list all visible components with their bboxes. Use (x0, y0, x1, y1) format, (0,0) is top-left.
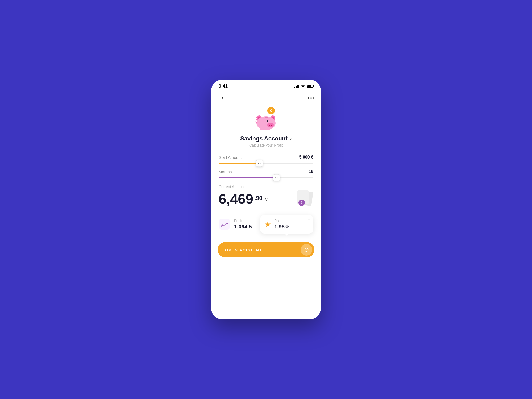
dot-icon (310, 97, 312, 99)
amount-dropdown-icon[interactable]: ∨ (265, 196, 268, 202)
nav-bar: ‹ (211, 91, 321, 107)
rate-label: Rate (274, 219, 289, 223)
back-arrow-icon: ‹ (221, 94, 223, 101)
coin-icon: € (267, 107, 275, 114)
wifi-icon (301, 85, 305, 88)
svg-point-9 (267, 121, 268, 121)
svg-point-6 (269, 125, 270, 126)
star-icon: ★ (264, 220, 271, 229)
start-amount-handle[interactable]: ‹ › (256, 160, 263, 167)
status-icons (294, 85, 313, 88)
amount-display: 6,469 .90 ∨ (219, 192, 268, 206)
dropdown-icon[interactable]: ∨ (289, 136, 292, 141)
stats-section: Profit 1,094.5 ★ Rate 1.98% (211, 215, 321, 234)
sliders-section: Start Amount 5,000 € ‹ › Months 16 (211, 155, 321, 178)
documents-icon: € (296, 190, 313, 207)
start-amount-track-bg (219, 163, 313, 164)
rate-info: Rate 1.98% (274, 219, 289, 230)
profit-value: 1,094.5 (234, 224, 252, 230)
months-label: Months (219, 169, 232, 174)
pig-wrapper: € (253, 107, 279, 131)
phone-frame: 9:41 ‹ (211, 80, 321, 319)
svg-point-8 (267, 120, 268, 122)
start-amount-header: Start Amount 5,000 € (219, 155, 313, 160)
pig-illustration: € (211, 107, 321, 131)
months-header: Months 16 (219, 169, 313, 174)
current-amount-section: Current Amount 6,469 .90 ∨ € (211, 185, 321, 207)
back-button[interactable]: ‹ (218, 93, 227, 103)
svg-rect-10 (260, 128, 263, 130)
profit-icon (219, 218, 230, 230)
months-track-bg (219, 177, 313, 178)
amount-decimal: .90 (254, 195, 263, 202)
btn-avatar: ⊙ (301, 244, 312, 256)
account-name: Savings Account (240, 135, 288, 142)
start-amount-label: Start Amount (219, 155, 242, 160)
start-amount-slider-row: Start Amount 5,000 € ‹ › (219, 155, 313, 164)
svg-rect-13 (265, 117, 268, 118)
rate-card: ★ Rate 1.98% (260, 215, 313, 234)
start-amount-value: 5,000 € (299, 155, 313, 160)
rate-value: 1.98% (274, 224, 289, 230)
status-bar: 9:41 (211, 80, 321, 91)
more-options-button[interactable] (308, 97, 314, 99)
svg-point-7 (271, 125, 272, 126)
status-time: 9:41 (219, 84, 228, 89)
handle-left-arrow-icon: ‹ (258, 162, 259, 165)
open-account-label: OPEN ACCOUNT (225, 248, 262, 252)
dot-icon (313, 97, 314, 99)
svg-rect-14 (219, 219, 230, 230)
title-section: Savings Account ∨ Calculate your Profit (211, 135, 321, 147)
current-amount-label: Current Amount (219, 185, 313, 189)
months-fill (219, 177, 278, 178)
signal-icon (294, 85, 299, 88)
dot-icon (308, 97, 309, 99)
profit-label: Profit (234, 219, 252, 223)
account-title: Savings Account ∨ (211, 135, 321, 142)
months-track[interactable]: ‹ › (219, 177, 313, 178)
amount-main: 6,469 (219, 192, 253, 206)
handle-left-arrow-icon: ‹ (275, 176, 276, 179)
pig-svg (254, 111, 278, 130)
subtitle: Calculate your Profit (211, 143, 321, 147)
profit-card: Profit 1,094.5 (219, 215, 256, 234)
doc-euro-icon: € (298, 200, 305, 206)
cta-section: OPEN ACCOUNT ⊙ (211, 242, 321, 257)
battery-icon (307, 85, 313, 88)
start-amount-track[interactable]: ‹ › (219, 163, 313, 164)
months-handle[interactable]: ‹ › (273, 174, 280, 181)
svg-point-4 (256, 116, 276, 130)
profit-info: Profit 1,094.5 (234, 219, 252, 230)
handle-right-arrow-icon: › (260, 162, 261, 165)
chart-icon (219, 218, 230, 230)
handle-right-arrow-icon: › (277, 176, 278, 179)
open-account-button[interactable]: OPEN ACCOUNT ⊙ (218, 242, 314, 257)
months-value: 16 (309, 169, 313, 174)
months-slider-row: Months 16 ‹ › (219, 169, 313, 178)
amount-row: 6,469 .90 ∨ € (219, 190, 313, 207)
start-amount-fill (219, 163, 261, 164)
svg-point-5 (267, 123, 274, 127)
avatar-icon: ⊙ (304, 246, 309, 253)
pig-body (254, 111, 278, 131)
